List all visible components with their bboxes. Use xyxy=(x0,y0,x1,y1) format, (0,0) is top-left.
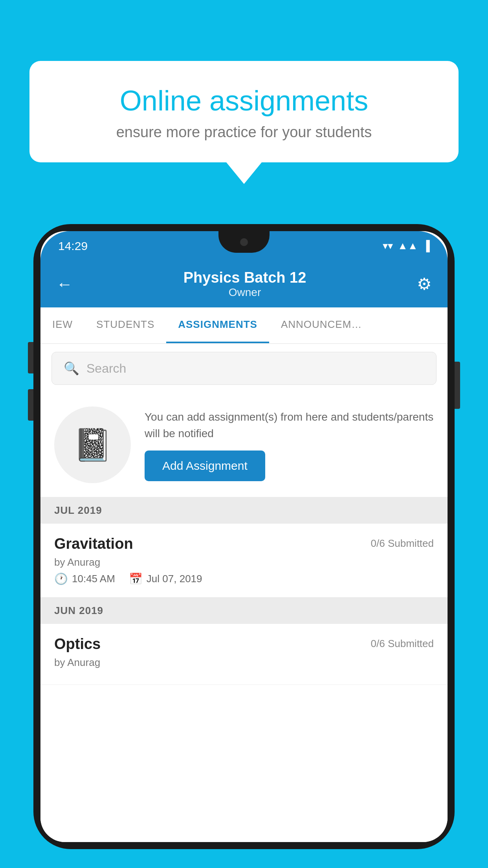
volume-button-up xyxy=(28,342,33,373)
header-center: Physics Batch 12 Owner xyxy=(183,269,306,299)
notebook-circle: 📓 xyxy=(54,406,131,483)
signal-icon: ▲▲ xyxy=(398,240,418,252)
add-description: You can add assignment(s) from here and … xyxy=(145,409,434,442)
clock-icon: 🕐 xyxy=(54,572,68,585)
add-section-right: You can add assignment(s) from here and … xyxy=(145,409,434,481)
assignment-time: 10:45 AM xyxy=(72,573,115,585)
speech-bubble-card: Online assignments ensure more practice … xyxy=(29,61,459,162)
status-bar: 14:29 ▾▾ ▲▲ ▐ xyxy=(40,231,448,261)
calendar-icon: 📅 xyxy=(129,572,143,585)
speech-bubble-arrow xyxy=(226,162,262,184)
speech-bubble-title: Online assignments xyxy=(61,85,427,117)
volume-button-down xyxy=(28,389,33,421)
batch-title: Physics Batch 12 xyxy=(183,269,306,286)
tab-overview[interactable]: IEW xyxy=(40,307,84,343)
search-bar[interactable]: 🔍 Search xyxy=(51,352,437,385)
status-icons: ▾▾ ▲▲ ▐ xyxy=(383,240,430,252)
wifi-icon: ▾▾ xyxy=(383,240,393,252)
section-header-jun: JUN 2019 xyxy=(40,598,448,624)
detail-date: 📅 Jul 07, 2019 xyxy=(129,572,202,585)
app-header: ← Physics Batch 12 Owner ⚙ xyxy=(40,261,448,307)
speech-bubble-wrapper: Online assignments ensure more practice … xyxy=(29,61,459,184)
phone-wrapper: 14:29 ▾▾ ▲▲ ▐ ← Physics Batch 12 Owner ⚙ xyxy=(33,224,455,868)
assignment-optics-top-row: Optics 0/6 Submitted xyxy=(54,636,434,653)
batch-subtitle: Owner xyxy=(183,286,306,299)
section-header-jul: JUL 2019 xyxy=(40,497,448,524)
camera xyxy=(240,238,248,246)
phone-screen: 14:29 ▾▾ ▲▲ ▐ ← Physics Batch 12 Owner ⚙ xyxy=(40,231,448,842)
assignment-name: Gravitation xyxy=(54,535,133,552)
assignment-optics-by: by Anurag xyxy=(54,657,434,669)
assignment-submitted: 0/6 Submitted xyxy=(371,535,434,550)
tabs-bar: IEW STUDENTS ASSIGNMENTS ANNOUNCEM… xyxy=(40,307,448,344)
tab-students[interactable]: STUDENTS xyxy=(84,307,166,343)
notch xyxy=(218,231,270,253)
assignment-item-optics[interactable]: Optics 0/6 Submitted by Anurag xyxy=(40,624,448,685)
assignment-details: 🕐 10:45 AM 📅 Jul 07, 2019 xyxy=(54,572,434,585)
tab-announcements[interactable]: ANNOUNCEM… xyxy=(269,307,374,343)
phone-outer: 14:29 ▾▾ ▲▲ ▐ ← Physics Batch 12 Owner ⚙ xyxy=(33,224,455,849)
power-button xyxy=(455,362,460,409)
battery-icon: ▐ xyxy=(423,240,430,252)
assignment-item-gravitation[interactable]: Gravitation 0/6 Submitted by Anurag 🕐 10… xyxy=(40,524,448,598)
assignment-date: Jul 07, 2019 xyxy=(147,573,202,585)
status-time: 14:29 xyxy=(58,239,88,253)
speech-bubble-subtitle: ensure more practice for your students xyxy=(61,124,427,141)
back-button[interactable]: ← xyxy=(56,275,73,294)
search-container: 🔍 Search xyxy=(40,344,448,393)
settings-gear-icon[interactable]: ⚙ xyxy=(417,274,432,294)
search-placeholder: Search xyxy=(86,361,126,376)
detail-time: 🕐 10:45 AM xyxy=(54,572,115,585)
screen-content: 🔍 Search 📓 You can add assignment(s) fro… xyxy=(40,344,448,842)
add-section: 📓 You can add assignment(s) from here an… xyxy=(40,393,448,497)
search-icon: 🔍 xyxy=(64,361,79,376)
notebook-icon: 📓 xyxy=(73,427,112,463)
assignment-by: by Anurag xyxy=(54,556,434,568)
assignment-top-row: Gravitation 0/6 Submitted xyxy=(54,535,434,552)
tab-assignments[interactable]: ASSIGNMENTS xyxy=(166,307,269,343)
assignment-optics-name: Optics xyxy=(54,636,101,653)
assignment-optics-submitted: 0/6 Submitted xyxy=(371,636,434,650)
add-assignment-button[interactable]: Add Assignment xyxy=(145,451,265,481)
